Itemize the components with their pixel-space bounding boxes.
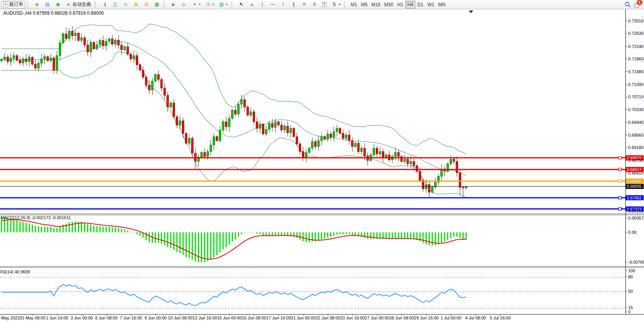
- timeframe-h4[interactable]: H4: [405, 1, 415, 9]
- candle: [314, 142, 316, 147]
- gold-chart-button[interactable]: ◆: [32, 1, 42, 9]
- signals-button[interactable]: ◉: [53, 1, 63, 9]
- time-tick-label: 4 Jul 08:00: [465, 316, 486, 320]
- vertical-line-tool-button[interactable]: |: [257, 1, 267, 9]
- timeframe-group: M1M5M15M30H1H4D1W1MN: [349, 1, 447, 9]
- line-handle[interactable]: [618, 156, 621, 159]
- candle: [139, 65, 141, 70]
- candle: [299, 144, 301, 152]
- new-order-icon: +: [3, 2, 8, 7]
- channel-tool-button[interactable]: ∥: [289, 1, 298, 9]
- candle: [84, 38, 86, 45]
- candle: [379, 151, 381, 154]
- price-tick-label: 0.73010: [628, 19, 644, 23]
- time-tick-label: 1 Jul 00:00: [440, 316, 461, 320]
- candle: [333, 132, 335, 137]
- candle: [419, 172, 421, 180]
- data-window-button[interactable]: ▤: [43, 1, 52, 9]
- candle: [99, 40, 101, 45]
- line-handle[interactable]: [618, 180, 621, 182]
- bar-chart-button[interactable]: |||: [100, 1, 110, 9]
- line-handle[interactable]: [618, 168, 621, 171]
- time-tick-label: 28 Jun 08:00: [389, 316, 414, 320]
- candle: [161, 79, 163, 88]
- candle: [253, 112, 255, 122]
- new-order-label: 新订单: [9, 1, 23, 8]
- notifications-button[interactable]: 1: [634, 2, 641, 8]
- periods-button[interactable]: ◷ ▾: [203, 1, 216, 9]
- line-chart-button[interactable]: ∿: [121, 1, 130, 9]
- text-icon: A: [312, 2, 317, 7]
- line-handle[interactable]: [618, 196, 621, 199]
- macd-label: MACD(12,26,9) -0.002172 -0.001611: [1, 215, 71, 220]
- candle: [56, 56, 58, 70]
- autotrading-button[interactable]: ● 自动交易: [63, 1, 93, 9]
- candle: [77, 33, 79, 41]
- timeframe-m1[interactable]: M1: [349, 1, 359, 9]
- candle: [348, 135, 350, 141]
- candle: [311, 142, 313, 148]
- new-order-button[interactable]: + 新订单: [1, 1, 25, 9]
- price-tick-label: 0.69940: [628, 120, 644, 125]
- candle: [170, 103, 172, 107]
- candle: [432, 187, 433, 192]
- macd-axis-label: 0.00: [628, 230, 636, 235]
- time-tick-label: 6 Jun 08:00: [95, 316, 118, 320]
- candle: [440, 169, 442, 177]
- candle: [428, 185, 430, 192]
- arrows-tool-button[interactable]: ⇅ ▾: [329, 1, 342, 9]
- toolbar-grip: [27, 2, 30, 8]
- text-tool-button[interactable]: A: [310, 1, 319, 9]
- chart-canvas[interactable]: 0.688700.685170.681650.680050.676620.673…: [0, 9, 644, 321]
- candle: [317, 141, 319, 146]
- candle: [28, 57, 30, 62]
- chart-shift-button[interactable]: ▷: [179, 1, 189, 9]
- trendline-tool-button[interactable]: /: [278, 1, 288, 9]
- toolbar-grip: [231, 2, 235, 8]
- candle: [136, 56, 138, 65]
- candle: [200, 153, 202, 157]
- crosshair-tool-button[interactable]: +: [247, 1, 257, 9]
- cursor-tool-button[interactable]: ↖: [236, 1, 246, 9]
- candle: [376, 148, 378, 154]
- timeframe-mn[interactable]: MN: [436, 1, 447, 9]
- horizontal-line-tool-button[interactable]: —: [268, 1, 277, 9]
- line-handle[interactable]: [618, 208, 621, 210]
- candle: [284, 126, 286, 130]
- candle: [450, 159, 452, 164]
- candlestick-chart-button[interactable]: ◫: [110, 1, 120, 9]
- bar-chart-icon: |||: [102, 2, 108, 7]
- candle: [453, 159, 455, 161]
- candle: [133, 56, 135, 59]
- zoom-out-button[interactable]: ⊖: [142, 1, 151, 9]
- candle: [41, 59, 43, 63]
- indicators-button[interactable]: + ▾: [190, 1, 202, 9]
- text-label-tool-button[interactable]: T: [320, 1, 329, 9]
- search-icon[interactable]: [625, 2, 631, 8]
- candle: [130, 54, 132, 59]
- rsi-axis-label: 100: [628, 268, 635, 273]
- price-tag-label: 0.67662: [627, 196, 642, 200]
- timeframe-m5[interactable]: M5: [359, 1, 370, 9]
- zoom-in-button[interactable]: ⊕: [131, 1, 141, 9]
- candle: [271, 124, 273, 127]
- timeframe-d1[interactable]: D1: [415, 1, 425, 9]
- candle: [262, 124, 264, 134]
- timeframe-m30[interactable]: M30: [382, 1, 395, 9]
- templates-button[interactable]: ▧ ▾: [217, 1, 230, 9]
- candle: [142, 70, 144, 77]
- candle: [225, 122, 227, 127]
- fibonacci-tool-button[interactable]: ≡: [299, 1, 309, 9]
- candle: [7, 57, 9, 62]
- tile-windows-button[interactable]: ▦: [152, 1, 162, 9]
- candle: [425, 185, 427, 189]
- candle: [38, 63, 39, 68]
- toolbar-grip: [95, 2, 98, 8]
- timeframe-w1[interactable]: W1: [425, 1, 436, 9]
- timeframe-h1[interactable]: H1: [395, 1, 405, 9]
- timeframe-m15[interactable]: M15: [370, 1, 382, 9]
- candle: [102, 40, 104, 46]
- candle: [164, 88, 166, 95]
- candle: [327, 134, 329, 139]
- auto-scroll-button[interactable]: ▶: [169, 1, 178, 9]
